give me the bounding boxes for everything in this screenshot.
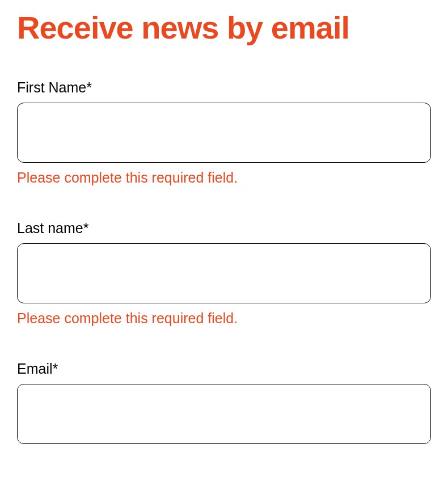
first-name-group: First Name* Please complete this require… — [17, 79, 431, 186]
email-group: Email* — [17, 361, 431, 444]
last-name-error: Please complete this required field. — [17, 310, 431, 327]
first-name-error: Please complete this required field. — [17, 170, 431, 186]
first-name-label: First Name* — [17, 79, 431, 96]
email-input[interactable] — [17, 384, 431, 444]
email-label: Email* — [17, 361, 431, 377]
page-title: Receive news by email — [17, 10, 431, 45]
last-name-input[interactable] — [17, 243, 431, 303]
first-name-input[interactable] — [17, 103, 431, 163]
last-name-label: Last name* — [17, 220, 431, 236]
last-name-group: Last name* Please complete this required… — [17, 220, 431, 327]
